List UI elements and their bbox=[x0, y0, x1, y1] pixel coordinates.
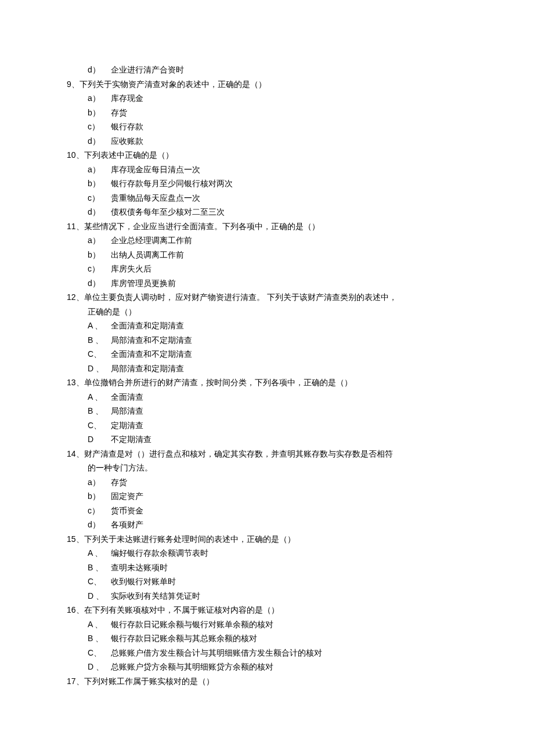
options-list: A 、全面清查B 、局部清查C、定期清查D 不定期清查 bbox=[67, 390, 467, 447]
option-label: d） bbox=[88, 134, 111, 149]
option: A 、全面清查 bbox=[88, 390, 467, 404]
question: 12、单位主要负责人调动时， 应对财产物资进行清查。 下列关于该财产清查类别的表… bbox=[67, 290, 467, 375]
options-list: a）企业总经理调离工作前b）出纳人员调离工作前c）库房失火后d）库房管理员更换前 bbox=[67, 233, 467, 290]
option: b）存货 bbox=[88, 106, 467, 120]
option-label: D bbox=[88, 432, 111, 447]
question-text-continuation: 正确的是（） bbox=[67, 305, 467, 319]
option-label: d） bbox=[88, 518, 111, 532]
option-label: c） bbox=[88, 262, 111, 276]
question-text: 某些情况下，企业应当进行全面清查。下列各项中，正确的是（） bbox=[84, 219, 467, 234]
option-label: a） bbox=[88, 475, 111, 490]
question-text: 单位主要负责人调动时， 应对财产物资进行清查。 下列关于该财产清查类别的表述中， bbox=[84, 290, 467, 305]
option: C、定期清查 bbox=[88, 418, 467, 433]
option: c）银行存款 bbox=[88, 120, 467, 134]
option: a）企业总经理调离工作前 bbox=[88, 233, 467, 248]
option: b）出纳人员调离工作前 bbox=[88, 248, 467, 262]
option-text: 银行存款每月至少同银行核对两次 bbox=[111, 176, 467, 191]
option-label: D 、 bbox=[88, 660, 111, 674]
question-text: 单位撤销合并所进行的财产清查，按时间分类，下列各项中，正确的是（） bbox=[84, 375, 467, 390]
option: d）债权债务每年至少核对二至三次 bbox=[88, 205, 467, 219]
option-label: d） bbox=[88, 276, 111, 291]
options-list: A 、编好银行存款余额调节表时B 、查明未达账项时C、收到银行对账单时D 、实际… bbox=[67, 546, 467, 603]
option-label: d） bbox=[88, 63, 111, 77]
orphan-option: d） 企业进行清产合资时 bbox=[67, 63, 467, 77]
question-number: 14、 bbox=[67, 447, 84, 461]
option-label: b） bbox=[88, 489, 111, 504]
option: c）贵重物品每天应盘点一次 bbox=[88, 191, 467, 205]
option-text: 应收账款 bbox=[111, 134, 467, 149]
question-text-continuation: 的一种专门方法。 bbox=[67, 461, 467, 475]
option-text: 定期清查 bbox=[111, 418, 467, 433]
option-text: 贵重物品每天应盘点一次 bbox=[111, 191, 467, 205]
option-text: 企业总经理调离工作前 bbox=[111, 233, 467, 248]
option-text: 总账账户贷方余额与其明细账贷方余额的核对 bbox=[111, 660, 467, 674]
option-text: 总账账户借方发生额合计与其明细账借方发生额合计的核对 bbox=[111, 646, 467, 660]
option-text: 存货 bbox=[111, 475, 467, 490]
question: 14、财产清查是对（）进行盘点和核对，确定其实存数，并查明其账存数与实存数是否相… bbox=[67, 447, 467, 532]
option: D 不定期清查 bbox=[88, 432, 467, 447]
option: A 、银行存款日记账余额与银行对账单余额的核对 bbox=[88, 617, 467, 632]
option-label: A 、 bbox=[88, 617, 111, 632]
option: B 、银行存款日记账余额与其总账余额的核对 bbox=[88, 631, 467, 646]
question: 15、下列关于未达账进行账务处理时间的表述中，正确的是（）A 、编好银行存款余额… bbox=[67, 532, 467, 603]
option: C、收到银行对账单时 bbox=[88, 574, 467, 589]
option-text: 不定期清查 bbox=[111, 432, 467, 447]
question-number: 9、 bbox=[67, 77, 80, 92]
option-text: 库房管理员更换前 bbox=[111, 276, 467, 291]
option-text: 货币资金 bbox=[111, 504, 467, 518]
question-stem: 16、在下列有关账项核对中，不属于账证核对内容的是（） bbox=[67, 603, 467, 617]
option-label: b） bbox=[88, 106, 111, 120]
option: d）应收账款 bbox=[88, 134, 467, 149]
option-label: d） bbox=[88, 205, 111, 219]
option: d）库房管理员更换前 bbox=[88, 276, 467, 291]
options-list: a）库存现金b）存货c）银行存款d）应收账款 bbox=[67, 91, 467, 148]
option-text: 库存现金 bbox=[111, 91, 467, 106]
option-label: A 、 bbox=[88, 390, 111, 404]
option: D 、总账账户贷方余额与其明细账贷方余额的核对 bbox=[88, 660, 467, 674]
options-list: A 、全面清查和定期清查B 、局部清查和不定期清查C、全面清查和不定期清查D 、… bbox=[67, 319, 467, 375]
option-text: 债权债务每年至少核对二至三次 bbox=[111, 205, 467, 219]
option: c）库房失火后 bbox=[88, 262, 467, 276]
question-text: 财产清查是对（）进行盘点和核对，确定其实存数，并查明其账存数与实存数是否相符 bbox=[84, 447, 467, 461]
option-text: 银行存款日记账余额与其总账余额的核对 bbox=[111, 631, 467, 646]
question-text: 在下列有关账项核对中，不属于账证核对内容的是（） bbox=[84, 603, 467, 617]
option: a）库存现金 bbox=[88, 91, 467, 106]
question: 13、单位撤销合并所进行的财产清查，按时间分类，下列各项中，正确的是（）A 、全… bbox=[67, 375, 467, 447]
question-stem: 13、单位撤销合并所进行的财产清查，按时间分类，下列各项中，正确的是（） bbox=[67, 375, 467, 390]
option-label: b） bbox=[88, 176, 111, 191]
option: B 、局部清查和不定期清查 bbox=[88, 333, 467, 348]
question-number: 16、 bbox=[67, 603, 84, 617]
option-text: 全面清查和不定期清查 bbox=[111, 347, 467, 361]
question-stem: 14、财产清查是对（）进行盘点和核对，确定其实存数，并查明其账存数与实存数是否相… bbox=[67, 447, 467, 461]
option-text: 存货 bbox=[111, 106, 467, 120]
option-text: 全面清查和定期清查 bbox=[111, 319, 467, 333]
option-label: B 、 bbox=[88, 333, 111, 348]
question-text: 下列表述中正确的是（） bbox=[84, 148, 467, 162]
document-page: d） 企业进行清产合资时 9、下列关于实物资产清查对象的表述中，正确的是（）a）… bbox=[0, 0, 534, 756]
option-text: 企业进行清产合资时 bbox=[111, 63, 467, 77]
question-stem: 17、下列对账工作属于账实核对的是（） bbox=[67, 674, 467, 689]
option-label: A 、 bbox=[88, 319, 111, 333]
option: B 、局部清查 bbox=[88, 404, 467, 418]
question-number: 13、 bbox=[67, 375, 84, 390]
question: 16、在下列有关账项核对中，不属于账证核对内容的是（）A 、银行存款日记账余额与… bbox=[67, 603, 467, 674]
option-text: 库房失火后 bbox=[111, 262, 467, 276]
option-text: 实际收到有关结算凭证时 bbox=[111, 589, 467, 603]
question-number: 11、 bbox=[67, 219, 84, 234]
question-stem: 15、下列关于未达账进行账务处理时间的表述中，正确的是（） bbox=[67, 532, 467, 547]
question-number: 15、 bbox=[67, 532, 84, 547]
option: D 、局部清查和定期清查 bbox=[88, 361, 467, 376]
options-list: a）库存现金应每日清点一次b）银行存款每月至少同银行核对两次c）贵重物品每天应盘… bbox=[67, 162, 467, 219]
question: 17、下列对账工作属于账实核对的是（） bbox=[67, 674, 467, 689]
option-label: D 、 bbox=[88, 361, 111, 376]
option-label: b） bbox=[88, 248, 111, 262]
option: C、全面清查和不定期清查 bbox=[88, 347, 467, 361]
option-label: a） bbox=[88, 91, 111, 106]
options-list: A 、银行存款日记账余额与银行对账单余额的核对B 、银行存款日记账余额与其总账余… bbox=[67, 617, 467, 674]
option-text: 出纳人员调离工作前 bbox=[111, 248, 467, 262]
option: a）存货 bbox=[88, 475, 467, 490]
option-text: 局部清查和定期清查 bbox=[111, 361, 467, 376]
option-label: D 、 bbox=[88, 589, 111, 603]
option-text: 编好银行存款余额调节表时 bbox=[111, 546, 467, 560]
option-label: A 、 bbox=[88, 546, 111, 560]
